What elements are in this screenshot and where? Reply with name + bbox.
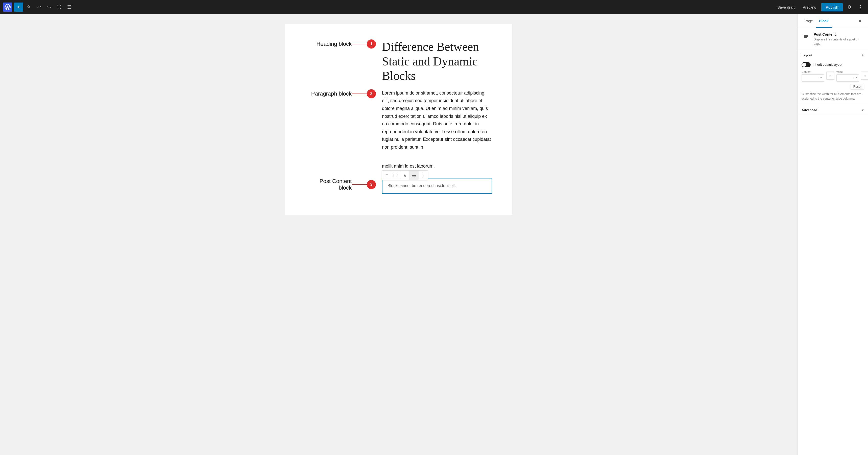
- post-content-block-col: Block cannot be rendered inside itself.: [376, 178, 492, 194]
- save-draft-button[interactable]: Save draft: [774, 3, 798, 11]
- undo-button[interactable]: ↩: [34, 2, 43, 11]
- content-px-label: PX: [817, 75, 824, 81]
- tab-page[interactable]: Page: [802, 15, 816, 28]
- inherit-layout-row: Inherit default layout: [802, 62, 864, 67]
- edit-button[interactable]: ✎: [24, 2, 33, 11]
- heading-annotation-arrow: 1: [352, 39, 376, 49]
- main-layout: Heading block 1 Difference Between Stati…: [0, 14, 868, 455]
- svg-rect-2: [804, 37, 807, 38]
- underline-text: fugiat nulla pariatur. Excepteur: [382, 137, 443, 142]
- paragraph-block-col: Lorem ipsum dolor sit amet, consectetur …: [376, 89, 492, 170]
- wp-logo[interactable]: [3, 2, 12, 11]
- tab-block[interactable]: Block: [816, 15, 832, 28]
- wide-width-input-row: PX: [836, 74, 859, 82]
- heading-label-col: Heading block 1: [305, 39, 376, 49]
- heading-arrow-line: [352, 44, 367, 44]
- content-width-label: Content: [802, 70, 824, 73]
- post-content-arrow-line: [352, 184, 367, 185]
- block-info: Post Content Displays the contents of a …: [798, 28, 868, 50]
- block-info-title: Post Content: [814, 32, 864, 36]
- layout-section-content: Inherit default layout Content PX ≡: [798, 60, 868, 105]
- paragraph-arrow-line: [352, 93, 367, 94]
- advanced-section-header[interactable]: Advanced ∨: [798, 105, 868, 115]
- preview-button[interactable]: Preview: [800, 3, 819, 11]
- wide-width-label: Wide: [836, 70, 859, 73]
- more-options-button[interactable]: ⋮: [856, 2, 865, 11]
- block-toolbar: ≡ ⋮⋮ ∧ ▬ ⋮: [382, 170, 428, 180]
- post-content-label-col: Post Content block 3: [305, 178, 376, 191]
- add-block-button[interactable]: +: [14, 2, 23, 11]
- layout-chevron-icon: ∧: [862, 53, 864, 57]
- paragraph-block-row: Paragraph block 2 Lorem ipsum dolor sit …: [305, 89, 492, 170]
- layout-section-title: Layout: [802, 53, 812, 57]
- reset-row: Reset: [802, 84, 864, 90]
- toolbar-right: Save draft Preview Publish ⚙ ⋮: [774, 2, 865, 11]
- heading-block-row: Heading block 1 Difference Between Stati…: [305, 39, 492, 83]
- advanced-section-title: Advanced: [802, 108, 817, 112]
- content-align-button[interactable]: ≡: [826, 72, 834, 80]
- post-content-annotation-circle: 3: [367, 180, 376, 189]
- paragraph-label-col: Paragraph block 2: [305, 89, 376, 98]
- paragraph-annotation-label: Paragraph block: [301, 90, 352, 97]
- wide-px-label: PX: [852, 75, 859, 81]
- svg-rect-1: [804, 36, 808, 37]
- paragraph-block-container: Lorem ipsum dolor sit amet, consectetur …: [382, 89, 492, 170]
- top-toolbar: + ✎ ↩ ↪ ⓘ ☰ Save draft Preview Publish ⚙…: [0, 0, 868, 14]
- customize-text: Customize the width for all elements tha…: [802, 92, 864, 101]
- block-info-text: Post Content Displays the contents of a …: [814, 32, 864, 46]
- post-content-block[interactable]: Block cannot be rendered inside itself.: [382, 178, 492, 194]
- heading-block-col: Difference Between Static and Dynamic Bl…: [376, 39, 492, 83]
- wide-align-button[interactable]: ≡: [861, 72, 868, 80]
- advanced-chevron-icon: ∨: [862, 108, 864, 112]
- wp-logo-icon: [4, 4, 10, 10]
- heading-block-text[interactable]: Difference Between Static and Dynamic Bl…: [382, 39, 492, 83]
- content-width-input-row: PX: [802, 74, 824, 82]
- publish-button[interactable]: Publish: [821, 3, 843, 11]
- post-content-block-placeholder: Block cannot be rendered inside itself.: [388, 183, 456, 188]
- settings-button[interactable]: ⚙: [845, 2, 854, 11]
- redo-button[interactable]: ↪: [44, 2, 54, 11]
- wide-width-group: Wide PX: [836, 70, 859, 82]
- info-button[interactable]: ⓘ: [55, 2, 64, 11]
- block-info-desc: Displays the contents of a post or page.: [814, 37, 864, 46]
- heading-annotation-circle: 1: [367, 39, 376, 49]
- post-content-annotation-label: Post Content block: [301, 178, 352, 191]
- paragraph-block-text[interactable]: Lorem ipsum dolor sit amet, consectetur …: [382, 89, 492, 151]
- advanced-section: Advanced ∨: [798, 105, 868, 115]
- sidebar-header: Page Block ✕: [798, 14, 868, 28]
- wide-width-input[interactable]: [837, 75, 852, 81]
- toolbar-more-button[interactable]: ⋮: [418, 171, 428, 180]
- sidebar-close-button[interactable]: ✕: [856, 17, 864, 25]
- toolbar-drag-button[interactable]: ⋮⋮: [391, 171, 400, 180]
- post-content-annotation-arrow: 3: [352, 180, 376, 189]
- content-width-group: Content PX: [802, 70, 824, 82]
- toolbar-move-button[interactable]: ∧: [400, 171, 409, 180]
- svg-rect-0: [804, 35, 808, 36]
- toolbar-center-align-button[interactable]: ▬: [409, 171, 418, 180]
- paragraph-block-text-continued[interactable]: mollit anim id est laborum.: [382, 162, 492, 170]
- sidebar: Page Block ✕ Post Content Displays the c…: [797, 14, 868, 455]
- toolbar-align-button[interactable]: ≡: [382, 171, 391, 180]
- heading-annotation-label: Heading block: [301, 41, 352, 47]
- content-width-input[interactable]: [802, 75, 817, 81]
- list-view-button[interactable]: ☰: [65, 2, 74, 11]
- inherit-layout-label: Inherit default layout: [813, 63, 842, 66]
- width-inputs: Content PX ≡ Wide PX: [802, 70, 864, 82]
- editor-area: Heading block 1 Difference Between Stati…: [0, 14, 797, 455]
- layout-section: Layout ∧ Inherit default layout Content …: [798, 50, 868, 105]
- paragraph-annotation-circle: 2: [367, 89, 376, 98]
- editor-content: Heading block 1 Difference Between Stati…: [285, 24, 512, 215]
- inherit-layout-toggle[interactable]: [802, 62, 811, 67]
- post-content-icon: [802, 32, 811, 41]
- layout-section-header[interactable]: Layout ∧: [798, 50, 868, 60]
- reset-button[interactable]: Reset: [850, 84, 864, 90]
- paragraph-annotation-arrow: 2: [352, 89, 376, 98]
- post-content-block-row: Post Content block 3 Block cannot: [305, 178, 492, 194]
